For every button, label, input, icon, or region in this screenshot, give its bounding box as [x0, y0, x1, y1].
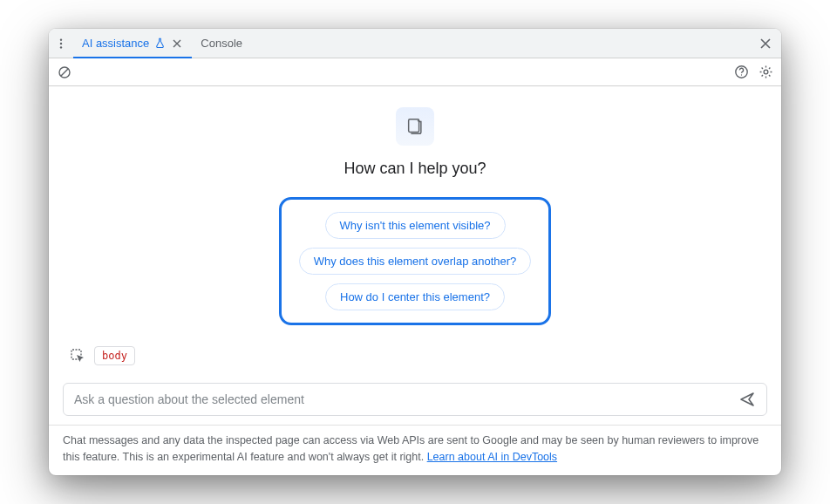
- selected-element-chip[interactable]: body: [94, 346, 135, 365]
- context-row: body: [70, 346, 760, 372]
- toolbar: [49, 58, 781, 86]
- tab-bar: AI assistance Console: [49, 29, 781, 58]
- send-icon[interactable]: [735, 387, 759, 412]
- help-icon[interactable]: [731, 62, 752, 83]
- disclaimer-link[interactable]: Learn about AI in DevTools: [427, 451, 557, 463]
- main-content: How can I help you? Why isn't this eleme…: [49, 86, 781, 383]
- more-menu-button[interactable]: [49, 29, 73, 58]
- svg-point-5: [740, 75, 741, 76]
- prompt-input[interactable]: [74, 392, 735, 406]
- prompt-input-row: [63, 383, 767, 416]
- suggestions-box: Why isn't this element visible? Why does…: [279, 197, 552, 325]
- experimental-icon: [154, 37, 166, 49]
- ai-sparkle-icon: [396, 107, 434, 146]
- close-tab-icon[interactable]: [171, 37, 183, 50]
- svg-point-0: [60, 38, 62, 40]
- svg-point-6: [764, 71, 768, 75]
- tab-ai-assistance[interactable]: AI assistance: [73, 29, 192, 58]
- svg-rect-7: [409, 119, 419, 133]
- devtools-panel: AI assistance Console: [49, 29, 781, 474]
- svg-point-2: [60, 46, 62, 48]
- suggestion-chip[interactable]: Why does this element overlap another?: [299, 248, 532, 275]
- svg-point-1: [60, 43, 62, 44]
- clear-icon[interactable]: [54, 62, 75, 83]
- suggestion-chip[interactable]: Why isn't this element visible?: [325, 212, 506, 239]
- disclaimer: Chat messages and any data the inspected…: [49, 425, 781, 474]
- tab-label: Console: [201, 37, 242, 50]
- close-panel-button[interactable]: [755, 33, 776, 54]
- suggestion-chip[interactable]: How do I center this element?: [325, 283, 505, 310]
- settings-icon[interactable]: [755, 62, 776, 83]
- tab-label: AI assistance: [82, 37, 149, 50]
- element-selector-icon[interactable]: [70, 348, 85, 364]
- hero-title: How can I help you?: [344, 160, 486, 178]
- disclaimer-text: Chat messages and any data the inspected…: [63, 434, 759, 462]
- tab-console[interactable]: Console: [192, 29, 251, 58]
